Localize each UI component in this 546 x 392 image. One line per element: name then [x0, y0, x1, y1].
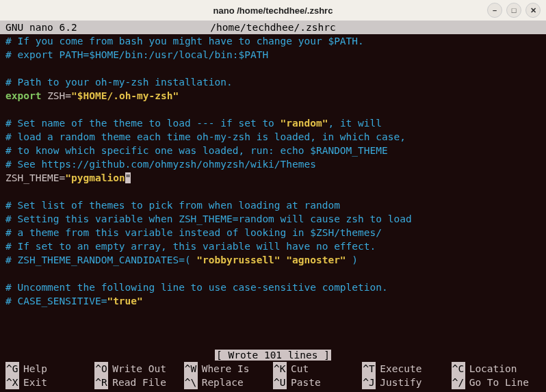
shortcut-label: Replace — [202, 376, 244, 389]
code-token: "robbyrussell" "agnoster" — [196, 254, 346, 265]
code-line: # a theme from this variable instead of … — [5, 227, 382, 238]
shortcut-label: Execute — [380, 362, 421, 376]
code-line: # If set to an empty array, this variabl… — [5, 241, 376, 252]
code-token: , it will — [328, 118, 382, 129]
shortcut-key: ^J — [362, 376, 376, 389]
code-line: # Uncomment the following line to use ca… — [5, 282, 388, 293]
code-token: ZSH_THEME — [5, 172, 60, 183]
code-token: "true" — [107, 296, 142, 306]
shortcut-label: Go To Line — [469, 376, 529, 389]
shortcut-paste[interactable]: ^UPaste — [273, 376, 362, 389]
nano-filename: /home/techdhee/.zshrc — [210, 21, 335, 34]
status-bar: [ Wrote 101 lines ] — [0, 348, 546, 362]
code-line: # Set list of themes to pick from when l… — [5, 200, 340, 211]
shortcut-whereis[interactable]: ^WWhere Is — [184, 362, 273, 376]
shortcut-key: ^R — [94, 376, 108, 389]
code-line: # Path to your oh-my-zsh installation. — [5, 77, 233, 88]
editor-body[interactable]: # If you come from bash you might have t… — [0, 34, 546, 348]
shortcut-writeout[interactable]: ^OWrite Out — [94, 362, 183, 376]
shortcut-readfile[interactable]: ^RRead File — [94, 376, 183, 389]
window-title: nano /home/techdhee/.zshrc — [213, 5, 333, 16]
shortcut-label: Justify — [380, 376, 421, 389]
shortcut-label: Exit — [23, 376, 47, 389]
shortcut-cut[interactable]: ^KCut — [273, 362, 362, 376]
shortcut-help[interactable]: ^GHelp — [5, 362, 94, 376]
close-icon[interactable]: ✕ — [525, 3, 541, 18]
shortcut-label: Where Is — [202, 362, 250, 376]
shortcut-gotoline[interactable]: ^/Go To Line — [452, 376, 541, 389]
shortcut-replace[interactable]: ^\Replace — [184, 376, 273, 389]
code-line: # If you come from bash you might have t… — [5, 36, 364, 47]
code-token: = — [65, 90, 71, 101]
shortcut-key: ^T — [362, 362, 376, 376]
shortcut-label: Paste — [291, 376, 321, 389]
shortcut-key: ^W — [184, 362, 198, 376]
code-line: # to know which specific one was loaded,… — [5, 145, 388, 156]
code-token: ) — [346, 254, 358, 265]
code-line: # load a random theme each time oh-my-zs… — [5, 131, 406, 142]
shortcut-label: Help — [23, 362, 47, 376]
shortcut-label: Location — [469, 362, 517, 376]
code-token: # ZSH_THEME_RANDOM_CANDIDATES=( — [5, 254, 196, 265]
code-token: export — [5, 90, 41, 101]
maximize-icon[interactable]: □ — [506, 3, 521, 18]
shortcut-label: Read File — [112, 376, 166, 389]
shortcut-label: Write Out — [112, 362, 166, 376]
shortcut-label: Cut — [291, 362, 309, 376]
code-token: # CASE_SENSITIVE= — [5, 296, 107, 306]
terminal-area[interactable]: GNU nano 6.2 /home/techdhee/.zshrc # If … — [0, 21, 546, 392]
nano-version: GNU nano 6.2 — [3, 21, 77, 34]
shortcut-key: ^K — [273, 362, 287, 376]
window-controls: – □ ✕ — [487, 3, 541, 18]
shortcut-bar: ^GHelp ^OWrite Out ^WWhere Is ^KCut ^TEx… — [0, 362, 546, 392]
shortcut-exit[interactable]: ^XExit — [5, 376, 94, 389]
code-line: # See https://github.com/ohmyzsh/ohmyzsh… — [5, 159, 316, 170]
code-token: "pygmalion — [65, 172, 125, 183]
shortcut-key: ^G — [5, 362, 19, 376]
window-titlebar: nano /home/techdhee/.zshrc – □ ✕ — [0, 0, 546, 21]
code-token: # Set name of the theme to load --- if s… — [5, 118, 281, 129]
text-cursor: " — [125, 172, 131, 183]
code-token: "$HOME/.oh-my-zsh" — [71, 90, 179, 101]
code-token: "random" — [281, 118, 328, 129]
shortcut-justify[interactable]: ^JJustify — [362, 376, 451, 389]
shortcut-location[interactable]: ^CLocation — [452, 362, 541, 376]
status-message: [ Wrote 101 lines ] — [215, 350, 331, 361]
shortcut-key: ^/ — [452, 376, 465, 389]
nano-header: GNU nano 6.2 /home/techdhee/.zshrc — [0, 21, 546, 34]
shortcut-execute[interactable]: ^TExecute — [362, 362, 451, 376]
shortcut-key: ^O — [94, 362, 108, 376]
code-line: # Setting this variable when ZSH_THEME=r… — [5, 213, 412, 224]
code-line: # export PATH=$HOME/bin:/usr/local/bin:$… — [5, 49, 268, 60]
code-token: = — [60, 172, 66, 183]
shortcut-key: ^U — [273, 376, 287, 389]
shortcut-key: ^X — [5, 376, 19, 389]
code-token: ZSH — [47, 90, 65, 101]
minimize-icon[interactable]: – — [487, 3, 502, 18]
shortcut-key: ^C — [452, 362, 465, 376]
shortcut-key: ^\ — [184, 376, 198, 389]
